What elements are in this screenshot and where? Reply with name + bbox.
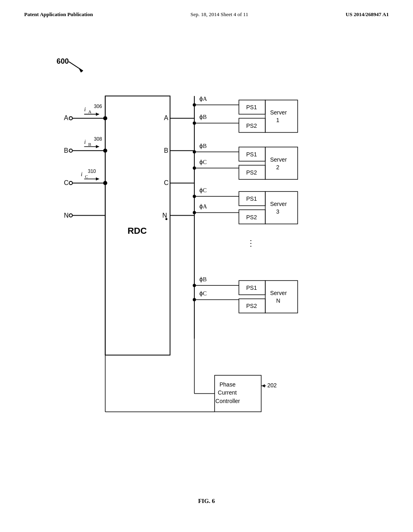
ref310: 310 — [88, 168, 96, 174]
node-n-label: N — [64, 212, 69, 219]
pcc-label-line1: Phase — [219, 381, 236, 388]
svg-marker-58 — [262, 384, 265, 387]
ia-subscript: A — [88, 109, 92, 114]
ia-label: i — [84, 106, 86, 112]
svg-point-28 — [193, 103, 196, 106]
header-patent-number: US 2014/268947 A1 — [346, 11, 389, 18]
diagram-number: 600 — [56, 57, 69, 65]
ic-subscript: C — [85, 174, 88, 179]
svg-point-42 — [193, 195, 196, 198]
s3-phi-a: ϕA — [199, 203, 207, 210]
svg-rect-54 — [265, 281, 298, 313]
s1-ps1: PS1 — [246, 104, 257, 110]
node-c-label: C — [64, 179, 69, 186]
svg-point-17 — [69, 214, 72, 217]
s2-ps2: PS2 — [246, 169, 257, 176]
svg-point-7 — [69, 149, 72, 152]
svg-point-12 — [69, 181, 72, 185]
svg-rect-33 — [265, 100, 298, 132]
svg-marker-5 — [96, 112, 99, 116]
svg-point-37 — [193, 166, 196, 170]
ref308: 308 — [94, 136, 102, 142]
svg-point-51 — [193, 298, 196, 301]
svg-point-44 — [193, 211, 196, 214]
sn-server-label: Server — [270, 290, 287, 296]
node-b-label: B — [64, 147, 68, 154]
s3-phi-c-top: ϕC — [199, 187, 206, 193]
s1-ps2: PS2 — [246, 123, 257, 129]
ib-subscript: B — [88, 142, 91, 147]
svg-marker-15 — [96, 177, 99, 181]
s1-phi-b: ϕB — [199, 114, 206, 120]
header-date-sheet: Sep. 18, 2014 Sheet 4 of 11 — [190, 11, 248, 18]
ic-label: i — [81, 171, 83, 177]
node-a-label: A — [64, 114, 68, 121]
s2-phi-c: ϕC — [199, 159, 206, 165]
s3-ps2: PS2 — [246, 214, 257, 220]
s1-server-num: 1 — [276, 117, 280, 123]
rdc-a: A — [164, 114, 169, 121]
svg-point-30 — [193, 121, 196, 125]
s2-phi-b-top: ϕB — [199, 143, 206, 149]
svg-line-0 — [69, 62, 83, 71]
page-header: Patent Application Publication Sep. 18, … — [0, 0, 413, 18]
rdc-label: RDC — [127, 226, 147, 236]
figure-caption: FIG. 6 — [0, 498, 413, 505]
ib-label: i — [84, 139, 86, 145]
pcc-label-line2: Current — [218, 389, 237, 396]
s3-server-num: 3 — [276, 208, 280, 215]
sn-phi-c: ϕC — [199, 290, 206, 297]
sn-ps1: PS1 — [246, 285, 257, 291]
svg-point-21 — [165, 218, 167, 220]
circuit-diagram: 600 A i A 306 B i B 308 C — [24, 36, 389, 488]
s2-ps1: PS1 — [246, 151, 257, 158]
rdc-b: B — [164, 147, 169, 154]
pcc-label-line3: Controller — [215, 398, 240, 404]
pcc-ref: 202 — [267, 382, 277, 389]
s2-server-label: Server — [270, 156, 287, 163]
header-publication: Patent Application Publication — [24, 11, 93, 18]
s3-ps1: PS1 — [246, 195, 257, 202]
svg-marker-10 — [96, 145, 99, 148]
svg-rect-47 — [265, 191, 298, 224]
svg-rect-40 — [265, 147, 298, 179]
s2-server-num: 2 — [276, 164, 280, 170]
svg-point-2 — [69, 116, 72, 120]
sn-server-num: N — [276, 297, 280, 304]
rdc-n: N — [163, 212, 167, 219]
s1-phi-a-top: ϕA — [199, 96, 207, 102]
sn-phi-b-top: ϕB — [199, 276, 206, 283]
sn-ps2: PS2 — [246, 303, 257, 310]
s3-server-label: Server — [270, 201, 287, 207]
rdc-c: C — [164, 179, 169, 186]
svg-point-35 — [193, 150, 196, 154]
svg-point-49 — [193, 284, 196, 287]
ref306: 306 — [94, 104, 102, 109]
ellipsis: ⋮ — [247, 239, 255, 247]
s1-server-label: Server — [270, 109, 287, 116]
